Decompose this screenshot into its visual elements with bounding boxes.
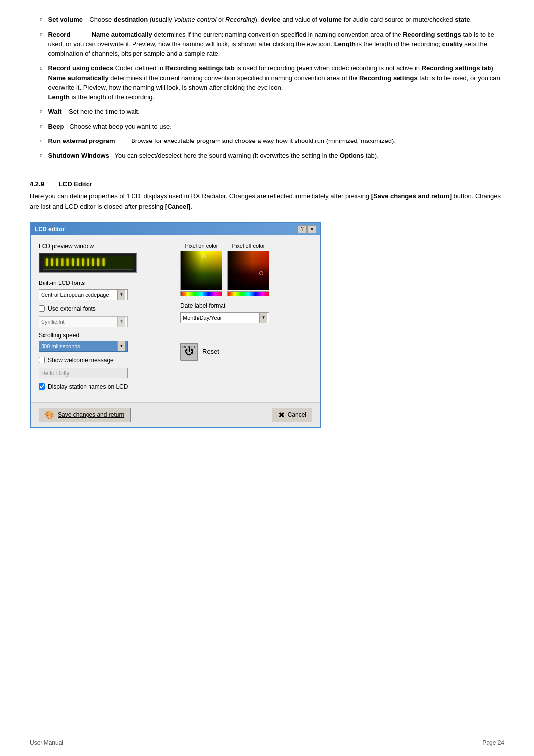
help-button[interactable]: ? [298,225,307,233]
footer-left: User Manual [30,739,63,746]
pixel-on-group: Pixel on color [180,243,222,296]
scrolling-speed-dropdown[interactable]: 300 miliseconds ▼ [39,341,128,352]
bullet-marker: o [40,123,43,130]
footer-right: Page 24 [482,739,504,746]
cancel-button[interactable]: ✖ Cancel [272,408,312,422]
scrolling-speed-value: 300 miliseconds [41,343,117,349]
pixel-off-colorbox[interactable] [227,251,269,290]
reset-small-label: RESET [182,345,196,349]
item-text: Beep Choose what beep you want to use. [48,122,504,132]
left-panel: LCD preview window ▌▌▌▌▌▌▌▌▌▌▌▌ Built-in… [39,243,171,394]
cancel-icon: ✖ [278,410,285,420]
show-welcome-row: Show welcome message [39,357,171,364]
dialog-body: LCD preview window ▌▌▌▌▌▌▌▌▌▌▌▌ Built-in… [31,235,320,402]
lcd-preview-label: LCD preview window [39,243,171,250]
bullet-marker: o [40,152,43,159]
close-button[interactable]: ✕ [308,225,316,233]
cancel-label: Cancel [288,411,306,418]
lcd-preview-window: ▌▌▌▌▌▌▌▌▌▌▌▌ [39,253,137,273]
item-text: Record using codecs Codec defined in Rec… [48,63,504,102]
section-title: LCD Editor [59,180,92,188]
bullet-marker: o [40,16,43,23]
bullet-marker: o [40,108,43,115]
codepage-value: Central European codepage [41,292,117,298]
date-label-section: Date label format Month/Day/Year ▼ [180,302,312,323]
save-icon: 🎨 [45,410,55,420]
dialog-titlebar: LCD editor ? ✕ [31,223,320,235]
save-button[interactable]: 🎨 Save changes and return [39,408,131,422]
dialog-footer: 🎨 Save changes and return ✖ Cancel [31,402,320,427]
list-item: o Run external program Browse for execut… [40,136,504,146]
pixel-on-indicator [202,254,206,258]
use-external-fonts-row: Use external fonts [39,305,171,312]
reset-area: RESET ⏻ Reset [180,343,312,361]
pixel-off-spectrum[interactable] [227,291,269,296]
date-format-value: Month/Day/Year [183,315,259,321]
dialog-container: LCD editor ? ✕ LCD preview window ▌▌▌▌▌▌… [30,222,504,428]
pixel-on-label: Pixel on color [185,243,218,249]
codepage-arrow[interactable]: ▼ [117,290,125,300]
external-font-value: Cyrillic.fnt [41,319,117,325]
section-429: 4.2.9 LCD Editor Here you can define pro… [30,180,504,212]
section-number: 4.2.9 [30,180,44,188]
lcd-preview-text: ▌▌▌▌▌▌▌▌▌▌▌▌ [43,256,134,270]
right-panel: Pixel on color Pixel off color [180,243,312,394]
display-station-row: Display station names on LCD [39,383,171,390]
scrolling-speed-arrow[interactable]: ▼ [117,341,125,351]
pixel-on-spectrum[interactable] [180,291,222,296]
show-welcome-label: Show welcome message [48,357,114,364]
list-item: o Set volume Choose destination (usually… [40,15,504,25]
list-item: o Wait Set here the time to wait. [40,107,504,117]
welcome-text-input[interactable] [39,368,128,378]
reset-icon-button[interactable]: RESET ⏻ [180,343,198,361]
bullet-marker: o [40,31,43,38]
item-text: Record Name automatically determines if … [48,30,504,59]
list-item: o Beep Choose what beep you want to use. [40,122,504,132]
display-station-checkbox[interactable] [39,383,45,390]
use-external-fonts-label: Use external fonts [48,305,96,312]
item-text: Set volume Choose destination (usually V… [48,15,504,25]
bullet-marker: o [40,137,43,144]
codepage-dropdown[interactable]: Central European codepage ▼ [39,289,128,300]
item-text: Shutdown Windows You can select/deselect… [48,151,504,161]
item-text: Wait Set here the time to wait. [48,107,504,117]
pixel-on-colorbox[interactable] [180,251,222,290]
section-intro: Here you can define properties of 'LCD' … [30,191,504,212]
lcd-editor-dialog: LCD editor ? ✕ LCD preview window ▌▌▌▌▌▌… [30,222,321,428]
color-pickers-row: Pixel on color Pixel off color [180,243,312,296]
use-external-fonts-checkbox[interactable] [39,305,45,312]
list-item: o Record using codecs Codec defined in R… [40,63,504,102]
date-format-arrow[interactable]: ▼ [259,313,267,323]
item-text: Run external program Browse for executab… [48,136,504,146]
show-welcome-checkbox[interactable] [39,357,45,363]
term-set-volume: Set volume [48,16,83,23]
list-item: o Record Name automatically determines i… [40,30,504,59]
bullet-list: o Set volume Choose destination (usually… [30,15,504,160]
save-label: Save changes and return [58,411,124,418]
reset-label: Reset [202,348,219,355]
display-station-label: Display station names on LCD [48,383,128,390]
dialog-title: LCD editor [35,226,65,233]
pixel-off-label: Pixel off color [232,243,265,249]
scrolling-speed-label: Scrolling speed [39,332,171,339]
date-format-dropdown[interactable]: Month/Day/Year ▼ [180,312,269,323]
pixel-off-indicator [259,271,263,275]
date-label-format-label: Date label format [180,302,312,309]
list-item: o Shutdown Windows You can select/desele… [40,151,504,161]
pixel-off-group: Pixel off color [227,243,269,296]
external-font-arrow: ▼ [117,317,125,327]
dialog-controls: ? ✕ [298,225,316,233]
builtin-fonts-label: Built-in LCD fonts [39,280,171,286]
page-footer: User Manual Page 24 [30,736,504,746]
external-font-dropdown: Cyrillic.fnt ▼ [39,316,128,327]
bullet-marker: o [40,64,43,72]
